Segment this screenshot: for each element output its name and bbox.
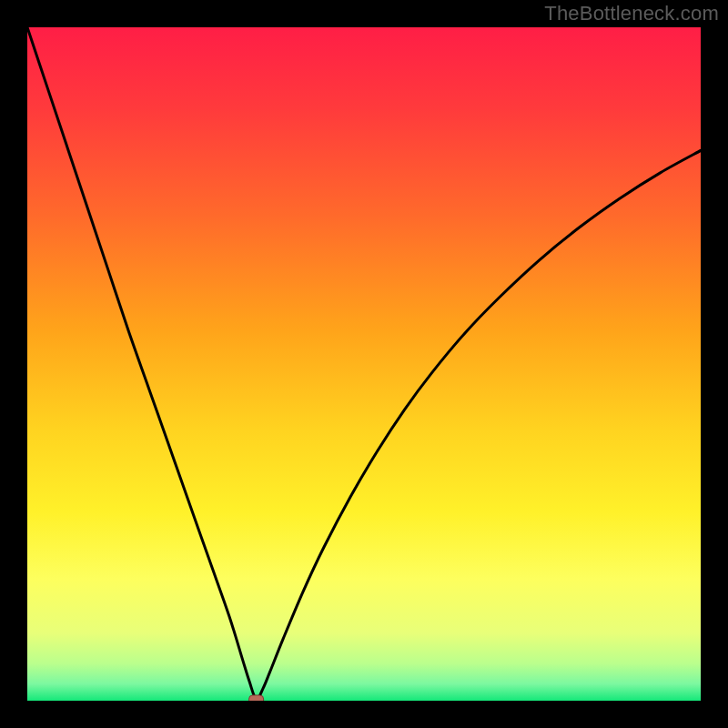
minimum-marker [249, 695, 264, 701]
chart-frame: { "watermark": "TheBottleneck.com", "col… [0, 0, 728, 728]
bottleneck-chart [27, 27, 701, 701]
chart-background [27, 27, 701, 701]
watermark-label: TheBottleneck.com [544, 2, 719, 25]
